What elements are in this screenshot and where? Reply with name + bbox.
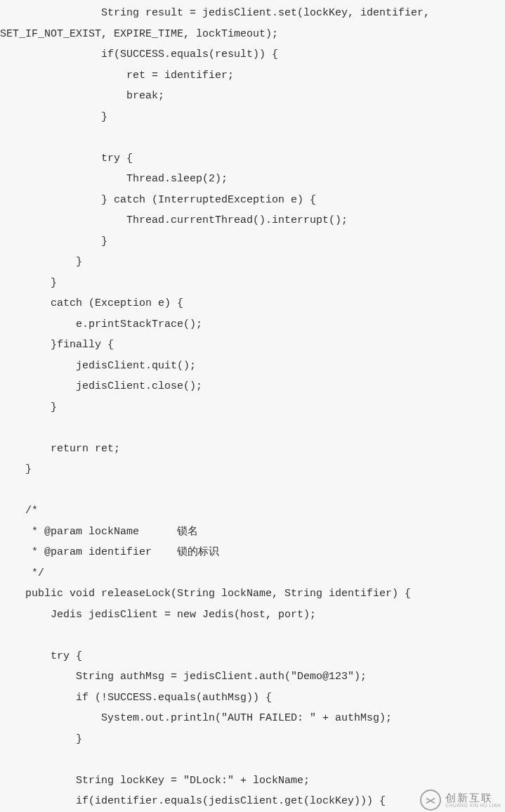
code-block: String result = jedisClient.set(lockKey,… xyxy=(0,0,505,812)
watermark-text: 创新互联 CHUANG XIN HU LIAN xyxy=(445,792,501,808)
watermark-logo-icon xyxy=(420,790,441,811)
watermark-cn: 创新互联 xyxy=(445,792,501,803)
watermark-py: CHUANG XIN HU LIAN xyxy=(445,803,501,808)
watermark: 创新互联 CHUANG XIN HU LIAN xyxy=(420,790,501,811)
